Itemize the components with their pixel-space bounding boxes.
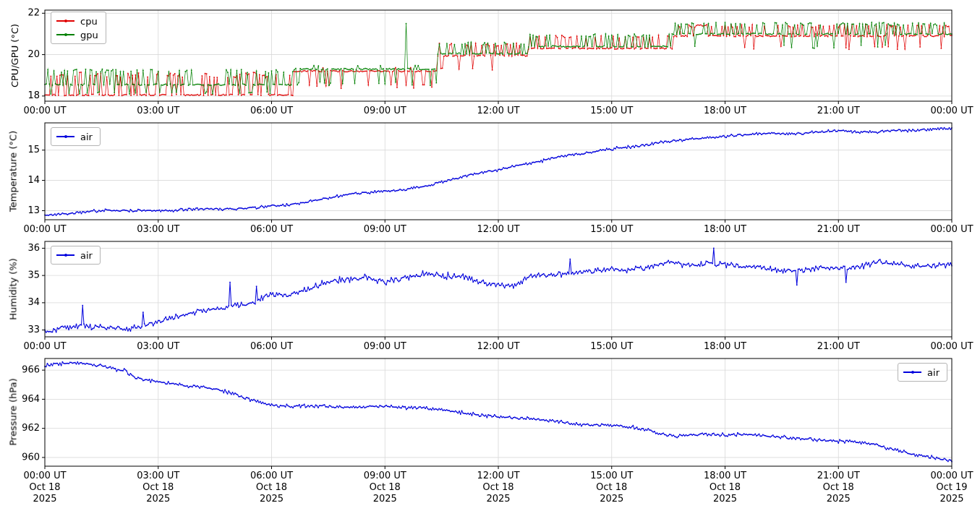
legend-entry-cpu: cpu (56, 14, 98, 27)
panel-cpu-gpu: CPU/GPU (°C) cpu gpu (0, 4, 980, 119)
legend-entry-gpu: gpu (56, 28, 98, 41)
temperature-chart (0, 119, 980, 237)
humidity-legend: air (51, 246, 101, 265)
legend-entry-air: air (56, 130, 93, 143)
panel-temperature: Temperature (°C) air (0, 119, 980, 237)
legend-entry-air: air (56, 249, 93, 262)
legend-label-air: air (927, 367, 939, 378)
humidity-chart (0, 237, 980, 354)
pressure-chart (0, 354, 980, 511)
temperature-legend: air (51, 127, 101, 146)
pressure-legend: air (898, 363, 947, 382)
cpu-line-marker-icon (56, 17, 74, 25)
cpu-gpu-legend: cpu gpu (51, 12, 106, 44)
legend-label-gpu: gpu (80, 30, 98, 40)
legend-label-air: air (80, 132, 93, 142)
cpu-gpu-chart (0, 4, 980, 119)
legend-entry-air: air (903, 366, 939, 379)
panel-pressure: Pressure (hPa) air (0, 354, 980, 511)
panel-humidity: Humidity (%) air (0, 237, 980, 354)
air-line-marker-icon (56, 252, 74, 259)
figure: CPU/GPU (°C) cpu gpu Temperature (°C) (0, 0, 980, 511)
legend-label-cpu: cpu (80, 16, 98, 27)
air-line-marker-icon (903, 369, 921, 376)
gpu-line-marker-icon (56, 31, 74, 38)
air-line-marker-icon (56, 133, 74, 140)
legend-label-air: air (80, 250, 93, 261)
